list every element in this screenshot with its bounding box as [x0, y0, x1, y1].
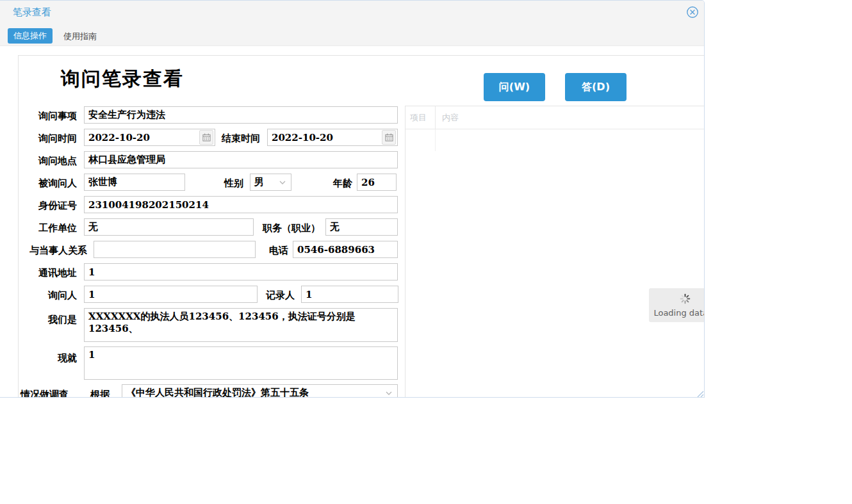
address-input[interactable]	[84, 263, 398, 280]
recorder-label: 记录人	[261, 289, 295, 302]
age-label: 年龄	[327, 177, 352, 190]
grid-header: 项目 内容	[406, 106, 705, 129]
inquiry-matter-input[interactable]	[84, 106, 398, 124]
gender-label: 性别	[218, 177, 243, 190]
calendar-icon[interactable]	[382, 130, 396, 145]
end-time-input[interactable]	[268, 132, 382, 143]
id-number-input[interactable]	[84, 196, 398, 213]
basis-label: 根据	[90, 389, 116, 398]
job-title-input[interactable]	[325, 218, 398, 236]
answer-button[interactable]: 答(D)	[565, 73, 627, 101]
legal-basis-value: 《中华人民共和国行政处罚法》第五十五条	[122, 387, 383, 398]
inquiry-time-label: 询问时间	[23, 133, 77, 145]
we-are-label: 我们是	[23, 314, 77, 326]
interviewee-input[interactable]	[84, 174, 185, 191]
dialog-title: 笔录查看	[13, 6, 51, 19]
relation-input[interactable]	[94, 241, 256, 258]
chevron-down-icon	[277, 181, 288, 184]
tab-info-operations[interactable]: 信息操作	[8, 28, 53, 44]
close-icon[interactable]	[686, 6, 699, 19]
inquiry-place-label: 询问地点	[23, 155, 77, 167]
inquiry-time-field	[84, 129, 215, 146]
grid-cell-divider	[406, 129, 436, 151]
dialog-window: 笔录查看 信息操作 使用指南 询问笔录查看 问(W) 答(D) 询问事项 询问时…	[0, 0, 705, 398]
loading-text: Loading data...	[653, 308, 705, 318]
end-time-field	[267, 129, 398, 146]
gender-value: 男	[250, 176, 277, 188]
ask-button[interactable]: 问(W)	[484, 73, 545, 101]
now-textarea[interactable]: 1	[84, 346, 398, 380]
phone-label: 电话	[264, 245, 288, 257]
age-input[interactable]	[357, 174, 397, 191]
page-title: 询问笔录查看	[61, 66, 184, 92]
interviewee-label: 被询问人	[23, 177, 77, 190]
spinner-icon	[680, 293, 691, 307]
inquirer-label: 询问人	[23, 289, 77, 302]
investigation-label: 情况做调查	[20, 389, 79, 398]
page-background: 笔录查看 信息操作 使用指南 询问笔录查看 问(W) 答(D) 询问事项 询问时…	[0, 0, 852, 504]
phone-input[interactable]	[293, 241, 398, 258]
address-label: 通讯地址	[23, 267, 77, 279]
legal-basis-select[interactable]: 《中华人民共和国行政处罚法》第五十五条	[122, 384, 398, 398]
chevron-down-icon	[383, 391, 395, 395]
recorder-input[interactable]	[301, 286, 398, 303]
now-label: 现就	[23, 352, 77, 364]
inquiry-time-input[interactable]	[85, 132, 199, 143]
id-number-label: 身份证号	[23, 200, 77, 212]
resize-grip-icon[interactable]	[695, 388, 704, 398]
inquiry-place-input[interactable]	[84, 151, 398, 168]
end-time-label: 结束时间	[211, 133, 260, 145]
qa-data-grid: 项目 内容	[405, 106, 705, 398]
we-are-textarea[interactable]: XXXXXXX的执法人员123456、123456，执法证号分别是123456、	[84, 308, 398, 342]
column-header-item[interactable]: 项目	[406, 106, 436, 129]
inquiry-matter-label: 询问事项	[23, 110, 77, 122]
work-unit-input[interactable]	[84, 218, 254, 236]
tab-user-guide[interactable]: 使用指南	[63, 31, 97, 42]
inquirer-input[interactable]	[84, 286, 258, 303]
gender-select[interactable]: 男	[250, 174, 291, 191]
dialog-header	[0, 1, 704, 46]
loading-overlay: Loading data...	[649, 288, 705, 322]
relation-label: 与当事人关系	[19, 245, 87, 257]
grid-empty-row	[406, 129, 705, 151]
job-title-label: 职务（职业）	[255, 222, 320, 234]
column-header-content[interactable]: 内容	[436, 106, 705, 129]
work-unit-label: 工作单位	[23, 222, 77, 234]
